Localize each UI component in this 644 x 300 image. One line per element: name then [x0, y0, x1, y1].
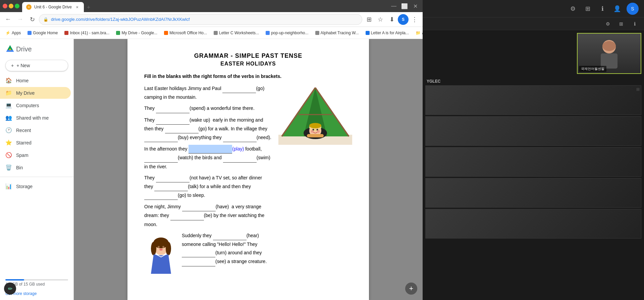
- doc-title: GRAMMAR - SIMPLE PAST TENSE: [144, 52, 352, 59]
- doc-content: Last Easter holidays Jimmy and Paul (go)…: [144, 84, 352, 282]
- doc-text: Last Easter holidays Jimmy and Paul (go)…: [144, 84, 272, 282]
- blank-17: [182, 257, 215, 266]
- sub-settings-icon[interactable]: ⚙: [602, 18, 613, 29]
- para-4: In the afternoon they (play) football, (…: [144, 145, 272, 171]
- new-tab-button[interactable]: +: [84, 3, 93, 12]
- participant-tile-caden[interactable]: 🎤 Caden(박장민) ⊞: [425, 85, 641, 115]
- address-bar[interactable]: 🔒 drive.google.com/drive/folders/1Zaj-wk…: [39, 14, 362, 25]
- tab-close-button[interactable]: ✕: [74, 4, 80, 10]
- nav-bar: ← → ↻ 🔒 drive.google.com/drive/folders/1…: [0, 12, 423, 27]
- svg-point-5: [166, 242, 171, 255]
- sidebar-header: Drive: [0, 42, 73, 56]
- blank-12: [144, 191, 178, 200]
- document-area: GRAMMAR - SIMPLE PAST TENSE EASTER HOLID…: [74, 39, 423, 300]
- bookmark-alphabet[interactable]: Alphabet Tracing W...: [313, 29, 362, 37]
- sidebar-item-spam[interactable]: 🚫 Spam: [0, 149, 71, 161]
- participant-tile-julie[interactable]: 🎤 Julie: [425, 147, 641, 177]
- sidebar-item-starred[interactable]: ⭐ Starred: [0, 137, 71, 148]
- sidebar-item-storage[interactable]: 📊 Storage: [0, 180, 71, 192]
- recent-icon: 🕐: [5, 127, 12, 133]
- settings-icon[interactable]: ⚙: [568, 3, 578, 14]
- doc-add-button[interactable]: +: [405, 283, 417, 295]
- bookmark-letter-a[interactable]: Letter A is for Airpla...: [363, 29, 412, 37]
- sidebar-item-home[interactable]: 🏠 Home: [0, 75, 71, 86]
- sidebar-item-shared[interactable]: 👥 Shared with me: [0, 112, 71, 124]
- para-7: Suddenly they (hear) someone calling "He…: [182, 231, 272, 266]
- bookmark-button[interactable]: ☆: [375, 14, 386, 25]
- browser-window: G Unit 6 - Google Drive ✕ + — ⬜ ✕ ← → ↻ …: [0, 0, 423, 300]
- blank-6: [223, 133, 257, 142]
- bookmark-office[interactable]: Microsoft Office Ho...: [161, 29, 210, 37]
- storage-fill: [5, 279, 24, 281]
- blank-7-highlighted: [189, 145, 232, 154]
- profile-button[interactable]: S: [398, 14, 409, 25]
- blank-14: [170, 211, 204, 220]
- doc-page: GRAMMAR - SIMPLE PAST TENSE EASTER HOLID…: [127, 39, 369, 300]
- svg-point-21: [311, 130, 314, 133]
- participant-tile-mujin[interactable]: Mujin: [425, 178, 641, 208]
- menu-button[interactable]: ⋮: [409, 14, 420, 25]
- sidebar-item-bin[interactable]: 🗑️ Bin: [0, 162, 71, 173]
- para-2: They (spend) a wonderful time there.: [144, 104, 272, 113]
- svg-point-7: [162, 246, 164, 248]
- active-tab[interactable]: G Unit 6 - Google Drive ✕: [22, 2, 84, 12]
- sidebar-item-computers[interactable]: 💻 Computers: [0, 99, 71, 111]
- sub-grid-icon[interactable]: ⊞: [616, 18, 627, 29]
- tab-title: Unit 6 - Google Drive: [34, 5, 72, 9]
- participant-bg-4: [426, 178, 641, 207]
- close-button[interactable]: [3, 4, 7, 8]
- bookmark-apps[interactable]: ⚡ Apps: [3, 29, 23, 37]
- close-window-button[interactable]: ✕: [411, 1, 420, 11]
- blank-1: [222, 84, 256, 93]
- bookmark-google-home[interactable]: Google Home: [25, 29, 60, 37]
- bookmark-all[interactable]: 📁 All Bookmarks: [413, 29, 423, 37]
- blank-13: [182, 203, 216, 211]
- bookmark-inbox[interactable]: Inbox (41) - sam.bra...: [62, 29, 112, 37]
- people-icon[interactable]: 👤: [612, 3, 623, 14]
- verb-play: (play): [232, 146, 244, 152]
- bin-icon: 🗑️: [5, 164, 12, 171]
- user-avatar[interactable]: S: [627, 3, 639, 15]
- bookmark-popup[interactable]: pop-up-neighborho...: [263, 29, 311, 37]
- drive-text: Drive: [16, 45, 32, 53]
- sidebar-item-recent[interactable]: 🕐 Recent: [0, 124, 71, 136]
- restore-window-button[interactable]: ⬜: [400, 1, 409, 11]
- info-icon[interactable]: ℹ: [597, 3, 608, 14]
- main-video-tile[interactable]: 국제언어월센필: [577, 33, 641, 74]
- secure-icon: 🔒: [43, 17, 48, 22]
- participant-tile-juha[interactable]: 🎤 Juha Lim: [425, 209, 641, 239]
- para-1: Last Easter holidays Jimmy and Paul (go)…: [144, 84, 272, 101]
- participant-tile-jun[interactable]: 🎤 jun 최준: [425, 116, 641, 146]
- download-button[interactable]: ⬇: [386, 14, 397, 25]
- svg-rect-23: [307, 134, 324, 137]
- minimize-button[interactable]: [9, 4, 13, 8]
- address-text: drive.google.com/drive/folders/1Zaj-wkbJ…: [51, 17, 358, 22]
- minimize-window-button[interactable]: —: [389, 1, 398, 11]
- starred-icon: ⭐: [5, 139, 12, 146]
- participant-bg: [426, 86, 641, 115]
- edit-icon: ✏: [8, 286, 12, 292]
- sidebar-item-my-drive[interactable]: 📁 My Drive: [0, 87, 71, 99]
- extensions-button[interactable]: ⊞: [364, 14, 374, 25]
- video-panel: ⚙ ⊞ ℹ 👤 S ⚙ ⊞ ℹ 국제언어월센필 YGLEC: [423, 0, 644, 300]
- computers-icon: 💻: [5, 102, 12, 109]
- svg-point-6: [158, 246, 160, 248]
- svg-point-18: [309, 123, 321, 128]
- svg-point-8: [159, 249, 163, 251]
- grid-icon[interactable]: ⊞: [582, 3, 593, 14]
- svg-text:G: G: [28, 6, 30, 8]
- new-button[interactable]: + + New: [5, 60, 68, 71]
- bookmark-my-drive[interactable]: My Drive - Google...: [113, 29, 160, 37]
- participants-grid: 🎤 Caden(박장민) ⊞ 🎤 jun 최준 🎤 Julie: [423, 85, 644, 300]
- edit-button[interactable]: ✏: [4, 283, 16, 295]
- bookmark-letter-c[interactable]: Letter C Worksheets...: [211, 29, 262, 37]
- back-button[interactable]: ←: [3, 14, 13, 25]
- shared-icon: 👥: [5, 115, 12, 121]
- forward-button[interactable]: →: [15, 14, 25, 25]
- blank-16: [182, 249, 215, 257]
- maximize-button[interactable]: [15, 4, 19, 8]
- home-icon: 🏠: [5, 77, 12, 84]
- window-controls: [3, 4, 19, 8]
- sub-info-icon[interactable]: ℹ: [629, 18, 640, 29]
- refresh-button[interactable]: ↻: [27, 14, 38, 25]
